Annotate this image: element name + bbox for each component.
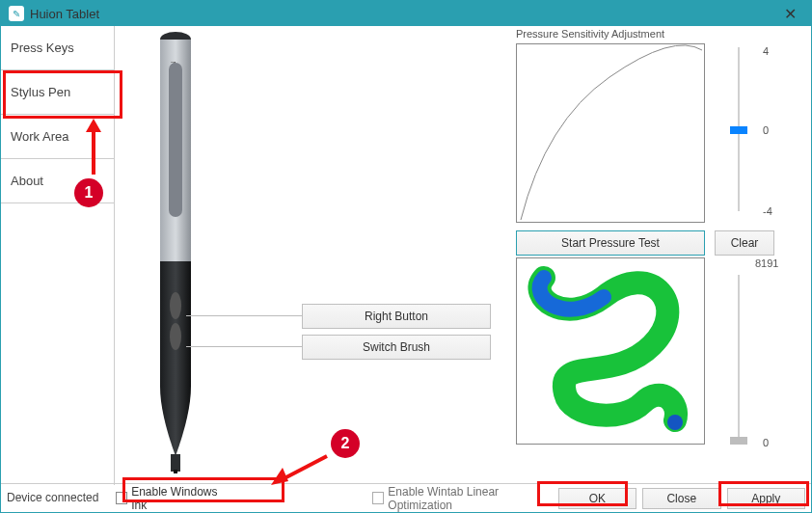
apply-button[interactable]: Apply [727,488,805,509]
tab-work-area[interactable]: Work Area [1,115,114,159]
slider-thumb [730,437,747,445]
body-row: Press Keys Stylus Pen Work Area About [1,26,811,485]
pressure-max-label: 8191 [755,257,778,269]
app-window: ✎ Huion Tablet ✕ Press Keys Stylus Pen W… [0,0,812,513]
app-icon: ✎ [9,6,24,21]
pen-image: HUION [153,30,198,473]
tab-about[interactable]: About [1,159,114,203]
checkbox-icon[interactable] [116,492,127,504]
footer-bar: Enable Windows Ink Enable Wintab Linear … [1,483,811,512]
pressure-test-canvas[interactable] [516,257,705,445]
svg-rect-3 [174,470,177,473]
slider-min-label: -4 [763,205,772,217]
enable-wintab-row[interactable]: Enable Wintab Linear Optimization [363,485,552,512]
slider-mid-label: 0 [763,124,769,136]
wintab-label: Enable Wintab Linear Optimization [388,485,552,512]
sensitivity-slider[interactable] [730,47,747,211]
clear-button[interactable]: Clear [715,230,774,256]
slider-thumb[interactable] [730,126,747,134]
pressure-heading: Pressure Sensitivity Adjustment [516,28,799,40]
tab-press-keys[interactable]: Press Keys [1,26,114,70]
status-text: Device connected [7,491,98,504]
connector-line [186,315,302,316]
close-icon[interactable]: ✕ [776,5,803,23]
start-pressure-test-button[interactable]: Start Pressure Test [516,230,705,256]
pen-upper-button-map[interactable]: Right Button [302,304,491,329]
svg-rect-5 [169,63,182,217]
windows-ink-label: Enable Windows Ink [131,485,228,512]
connector-line [186,346,302,347]
pen-lower-button-map[interactable]: Switch Brush [302,335,491,360]
svg-rect-2 [171,454,180,472]
content-area: HUION Right Button Switch Brush Pressure… [115,26,811,485]
close-button[interactable]: Close [642,488,720,509]
window-title: Huion Tablet [30,7,776,21]
svg-point-7 [170,323,181,350]
ok-button[interactable]: OK [558,488,636,509]
pressure-zero-label: 0 [763,437,769,448]
pressure-readout-slider [730,275,747,445]
svg-point-6 [170,292,181,319]
svg-point-8 [667,415,683,430]
tab-stylus-pen[interactable]: Stylus Pen [1,70,114,115]
checkbox-icon[interactable] [372,492,384,504]
pressure-panel: Pressure Sensitivity Adjustment 4 0 -4 S… [516,28,799,223]
enable-windows-ink-row[interactable]: Enable Windows Ink [106,485,228,512]
slider-max-label: 4 [763,45,769,57]
titlebar: ✎ Huion Tablet ✕ [1,1,811,26]
sidebar: Press Keys Stylus Pen Work Area About [1,26,115,485]
pressure-curve-chart[interactable] [516,43,705,223]
